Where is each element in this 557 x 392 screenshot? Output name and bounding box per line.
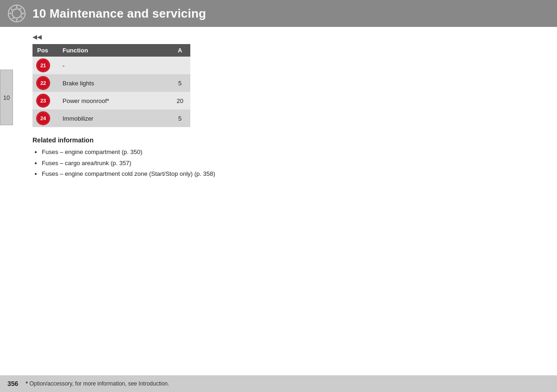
fuse-pos-cell: 22 xyxy=(32,74,58,92)
related-info-heading: Related information xyxy=(32,136,529,144)
fuse-badge: 24 xyxy=(37,112,49,124)
svg-point-1 xyxy=(12,9,21,18)
page-number: 356 xyxy=(7,380,18,387)
related-info-item[interactable]: Fuses – engine compartment cold zone (St… xyxy=(42,169,529,179)
col-header-pos: Pos xyxy=(32,44,58,57)
fuse-function-cell: Brake lights xyxy=(58,74,170,92)
fuse-ampere-cell: 5 xyxy=(169,74,190,92)
table-row: 22Brake lights5 xyxy=(32,74,190,92)
back-arrows[interactable]: ◀◀ xyxy=(32,33,529,40)
fuse-badge: 22 xyxy=(37,77,49,89)
fuse-function-cell: - xyxy=(58,57,170,74)
maintenance-icon xyxy=(7,4,26,23)
fuse-function-cell: Immobilizer xyxy=(58,109,170,127)
page-title: 10 Maintenance and servicing xyxy=(32,6,206,21)
col-header-function: Function xyxy=(58,44,170,57)
fuse-table: Pos Function A 21-22Brake lights523Power… xyxy=(32,44,190,127)
fuse-function-cell: Power moonroof* xyxy=(58,92,170,109)
main-content: ◀◀ Pos Function A 21-22Brake lights523Po… xyxy=(0,27,557,187)
related-info-item[interactable]: Fuses – cargo area/trunk (p. 357) xyxy=(42,159,529,168)
page-header: 10 Maintenance and servicing xyxy=(0,0,557,27)
table-row: 23Power moonroof*20 xyxy=(32,92,190,109)
fuse-pos-cell: 23 xyxy=(32,92,58,109)
fuse-pos-cell: 24 xyxy=(32,109,58,127)
col-header-a: A xyxy=(169,44,190,57)
fuse-badge: 21 xyxy=(37,59,49,71)
table-row: 21- xyxy=(32,57,190,74)
fuse-ampere-cell: 20 xyxy=(169,92,190,109)
table-row: 24Immobilizer5 xyxy=(32,109,190,127)
related-info-item[interactable]: Fuses – engine compartment (p. 350) xyxy=(42,148,529,157)
footer-note-text: Option/accessory, for more information, … xyxy=(29,380,169,387)
fuse-ampere-cell: 5 xyxy=(169,109,190,127)
fuse-ampere-cell xyxy=(169,57,190,74)
footer-note: * Option/accessory, for more information… xyxy=(26,380,169,387)
fuse-badge: 23 xyxy=(37,95,49,107)
related-information: Related information Fuses – engine compa… xyxy=(32,136,529,179)
fuse-pos-cell: 21 xyxy=(32,57,58,74)
page-footer: 356 * Option/accessory, for more informa… xyxy=(0,375,557,392)
related-info-list: Fuses – engine compartment (p. 350)Fuses… xyxy=(32,148,529,179)
